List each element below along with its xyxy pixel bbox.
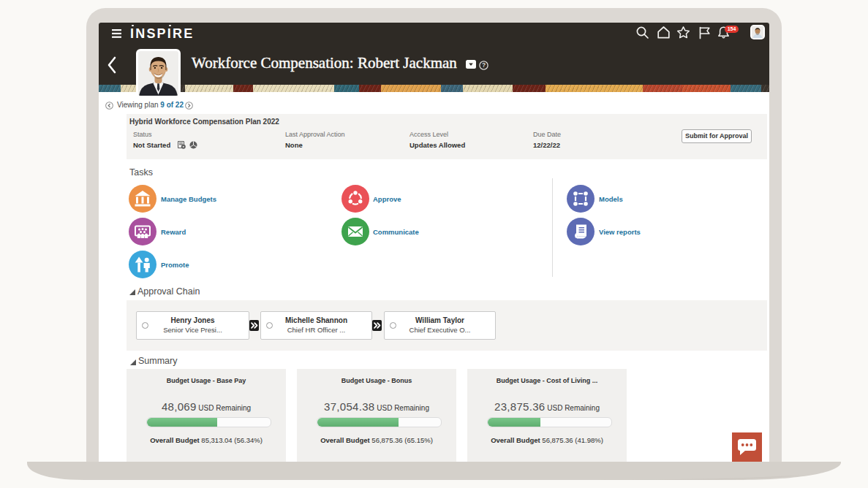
svg-text:?: ? [482,61,486,69]
